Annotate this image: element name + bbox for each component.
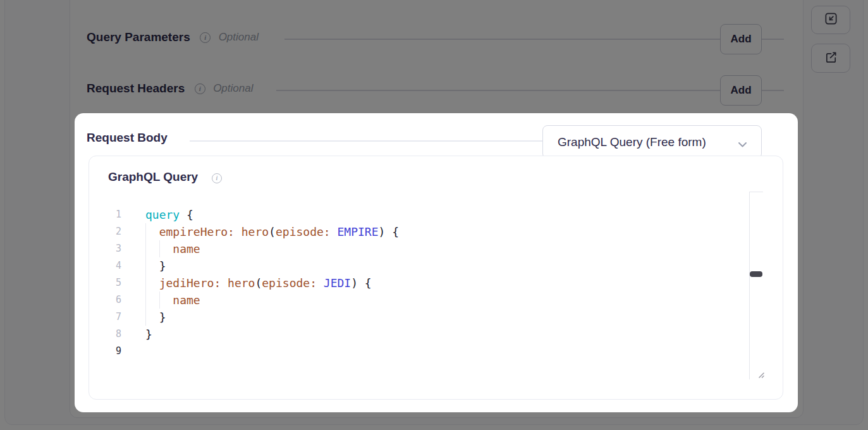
indent-guide bbox=[159, 292, 160, 309]
scrollbar-track bbox=[749, 192, 750, 379]
code-line: } bbox=[145, 326, 399, 343]
scrollbar-track-top bbox=[749, 192, 763, 192]
query-parameters-section: Query Parameters i Optional bbox=[87, 30, 259, 61]
code-token: hero bbox=[241, 225, 269, 238]
code-token bbox=[145, 276, 159, 290]
indent-guide bbox=[145, 223, 146, 326]
code-token: name bbox=[173, 242, 200, 255]
query-parameters-divider bbox=[284, 39, 784, 40]
scrollbar-thumb[interactable] bbox=[750, 271, 762, 277]
info-icon[interactable]: i bbox=[200, 32, 211, 43]
request-headers-divider bbox=[276, 90, 784, 91]
code-token: ( bbox=[269, 225, 276, 238]
line-number: 7 bbox=[99, 309, 121, 326]
optional-label: Optional bbox=[213, 82, 253, 95]
code-token: } bbox=[145, 259, 166, 273]
code-token: ( bbox=[255, 276, 262, 290]
resize-grip-icon[interactable] bbox=[755, 369, 766, 382]
code-line: name bbox=[145, 240, 399, 257]
line-number: 2 bbox=[99, 223, 121, 240]
edit-input-button[interactable] bbox=[811, 6, 850, 34]
graphql-query-label: GraphQL Query bbox=[108, 170, 198, 184]
code-token: hero bbox=[228, 276, 255, 290]
info-icon[interactable]: i bbox=[212, 173, 222, 183]
code-token bbox=[221, 276, 228, 290]
chevron-down-icon bbox=[738, 139, 747, 150]
query-parameters-label: Query Parameters bbox=[87, 30, 190, 44]
add-request-header-button[interactable]: Add bbox=[720, 75, 762, 106]
line-number: 3 bbox=[99, 240, 121, 257]
code-token bbox=[145, 225, 159, 238]
info-icon[interactable]: i bbox=[195, 83, 205, 94]
request-headers-section: Request Headers i Optional bbox=[87, 82, 253, 112]
add-query-parameter-button[interactable]: Add bbox=[720, 24, 762, 54]
code-token: ) { bbox=[351, 276, 372, 290]
code-token: } bbox=[145, 310, 166, 324]
line-number: 8 bbox=[99, 326, 121, 343]
code-token: episode: bbox=[262, 276, 317, 290]
request-body-divider bbox=[190, 140, 553, 142]
graphql-query-editor[interactable]: 123456789 query { empireHero: hero(episo… bbox=[75, 206, 770, 402]
code-token: empireHero: bbox=[159, 225, 235, 238]
code-line: empireHero: hero(episode: EMPIRE) { bbox=[145, 223, 399, 240]
code-token: jediHero: bbox=[159, 276, 221, 290]
code-token: JEDI bbox=[324, 276, 351, 290]
code-token bbox=[331, 225, 338, 238]
line-number: 5 bbox=[99, 274, 121, 292]
line-number-gutter: 123456789 bbox=[99, 206, 121, 360]
code-token: ) { bbox=[379, 225, 400, 238]
request-body-label: Request Body bbox=[87, 131, 168, 145]
line-number: 4 bbox=[99, 257, 121, 274]
code-token: query bbox=[145, 208, 180, 221]
request-body-spotlight: Request Body GraphQL Query (Free form) G… bbox=[75, 113, 798, 412]
code-line: } bbox=[145, 309, 399, 326]
indent-guide bbox=[159, 240, 160, 257]
body-content-type-select[interactable]: GraphQL Query (Free form) bbox=[542, 125, 762, 159]
request-headers-label: Request Headers bbox=[87, 82, 185, 95]
external-link-icon bbox=[824, 50, 838, 67]
open-external-button[interactable] bbox=[811, 44, 850, 73]
code-token: name bbox=[173, 293, 200, 307]
line-number: 6 bbox=[99, 292, 121, 309]
optional-label: Optional bbox=[219, 31, 259, 44]
code-token bbox=[235, 225, 241, 238]
code-line bbox=[145, 343, 399, 360]
code-line: } bbox=[145, 257, 399, 274]
code-token: episode: bbox=[276, 225, 331, 238]
body-content-type-value: GraphQL Query (Free form) bbox=[558, 126, 706, 158]
line-number: 1 bbox=[99, 206, 121, 223]
code-token: EMPIRE bbox=[338, 225, 379, 238]
code-line: jediHero: hero(episode: JEDI) { bbox=[145, 274, 399, 292]
code-token: { bbox=[180, 208, 193, 221]
edit-in-square-icon bbox=[824, 11, 838, 28]
code-token bbox=[317, 276, 324, 290]
line-number: 9 bbox=[99, 343, 121, 360]
code-line: query { bbox=[145, 206, 399, 223]
page: Query Parameters i Optional Add Request … bbox=[0, 0, 868, 430]
code-token: } bbox=[145, 328, 152, 341]
code-line: name bbox=[145, 292, 399, 309]
code-content[interactable]: query { empireHero: hero(episode: EMPIRE… bbox=[145, 206, 399, 360]
